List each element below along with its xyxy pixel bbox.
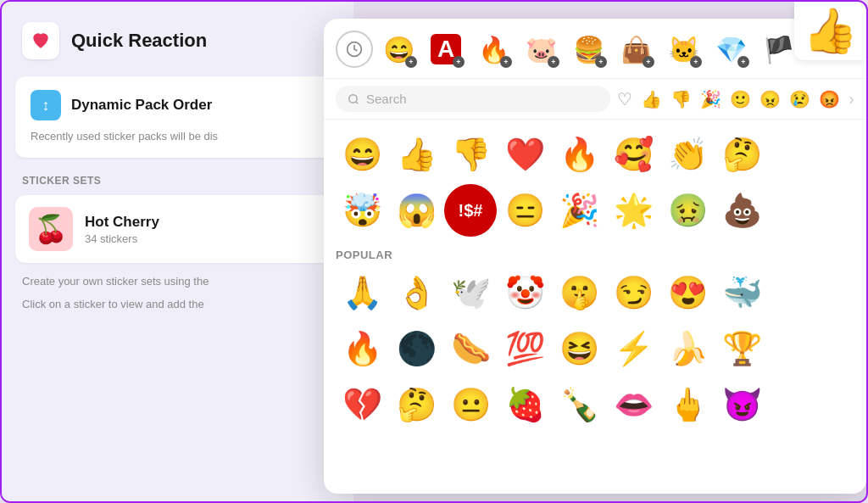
emoji-laugh[interactable]: 😄 — [336, 128, 388, 181]
popular-label: POPULAR — [336, 240, 854, 266]
emoji-poop[interactable]: 💩 — [715, 184, 768, 237]
emoji-laugh2[interactable]: 😆 — [553, 322, 605, 375]
cat-smile[interactable]: 🙂 — [730, 89, 751, 109]
cat-angry[interactable]: 😠 — [760, 89, 781, 109]
bottom-text-1: Create your own sticker sets using the — [2, 273, 353, 291]
cat-sad[interactable]: 😢 — [789, 89, 810, 109]
emoji-heart[interactable]: ❤️ — [498, 128, 551, 181]
emoji-neutral[interactable]: 😐 — [444, 378, 497, 431]
tab-alpha[interactable]: A + — [424, 27, 468, 71]
bottom-text-2: Click on a sticker to view and add the — [2, 296, 353, 314]
emoji-pray[interactable]: 🙏 — [336, 266, 388, 319]
plus-badge: + — [405, 56, 417, 68]
emoji-censored[interactable]: !$# — [444, 184, 497, 237]
dynamic-pack-desc: Recently used sticker packs will be dis — [31, 129, 325, 144]
sticker-count: 34 stickers — [85, 232, 159, 245]
emoji-party[interactable]: 🎉 — [553, 184, 605, 237]
emoji-smirk[interactable]: 😏 — [607, 266, 659, 319]
cat-more[interactable]: › — [849, 89, 854, 109]
emoji-banana[interactable]: 🍌 — [661, 322, 714, 375]
emoji-clap[interactable]: 👏 — [661, 128, 714, 181]
tab-recent[interactable] — [336, 31, 373, 68]
emoji-strawberry[interactable]: 🍓 — [498, 378, 551, 431]
search-placeholder: Search — [366, 92, 407, 106]
emoji-smiling-face[interactable]: 🥰 — [607, 128, 659, 181]
svg-line-3 — [356, 101, 359, 103]
search-input-wrap[interactable]: Search — [336, 86, 610, 112]
option-row: ↕ Dynamic Pack Order — [31, 90, 325, 120]
tab-pink[interactable]: 🐷 + — [519, 27, 563, 71]
emoji-think2[interactable]: 🤔 — [390, 378, 442, 431]
emoji-think[interactable]: 🤔 — [715, 128, 768, 181]
emoji-lips[interactable]: 👄 — [607, 378, 659, 431]
plus-badge-burger: + — [595, 56, 607, 68]
tab-emoji[interactable]: 😄 + — [376, 27, 420, 71]
emoji-sick[interactable]: 🤢 — [661, 184, 714, 237]
quick-reaction-icon — [22, 22, 59, 59]
emoji-panel: 😄 + A + 🔥 + 🐷 + 🍔 + 👜 + 🐱 + 💎 + — [324, 19, 866, 494]
search-icon — [348, 93, 359, 105]
cat-rage[interactable]: 😡 — [819, 89, 840, 109]
emoji-hotdog[interactable]: 🌭 — [444, 322, 497, 375]
dynamic-pack-icon: ↕ — [31, 90, 61, 120]
hot-cherry-item[interactable]: 🍒 Hot Cherry 34 stickers — [15, 195, 340, 263]
thumbs-up-peek: 👍 — [794, 2, 866, 60]
plus-badge-pink: + — [548, 56, 559, 68]
left-panel: Quick Reaction ↕ Dynamic Pack Order Rece… — [2, 2, 353, 501]
emoji-content: 😄 👍 👎 ❤️ 🔥 🥰 👏 🤔 🤯 😱 !$# 😑 🎉 🌟 🤢 💩 POPUL… — [324, 120, 866, 494]
cat-party[interactable]: 🎉 — [700, 89, 721, 109]
sticker-sets-label: STICKER SETS — [2, 168, 353, 195]
emoji-row-top1: 😄 👍 👎 ❤️ 🔥 🥰 👏 🤔 — [336, 128, 854, 181]
emoji-heart-eyes[interactable]: 😍 — [661, 266, 714, 319]
search-bar: Search ♡ 👍 👎 🎉 🙂 😠 😢 😡 › — [324, 79, 866, 120]
emoji-row-pop2: 🔥 🌑 🌭 💯 😆 ⚡ 🍌 🏆 — [336, 322, 854, 375]
cat-heart[interactable]: ♡ — [617, 89, 632, 109]
svg-point-2 — [349, 94, 357, 102]
emoji-lightning[interactable]: ⚡ — [607, 322, 659, 375]
header: Quick Reaction — [2, 2, 353, 76]
emoji-thumbsup[interactable]: 👍 — [390, 128, 442, 181]
emoji-middle-finger[interactable]: 🖕 — [661, 378, 714, 431]
emoji-devil[interactable]: 😈 — [715, 378, 768, 431]
emoji-moon[interactable]: 🌑 — [390, 322, 442, 375]
emoji-100[interactable]: 💯 — [498, 322, 551, 375]
hot-cherry-thumb: 🍒 — [29, 207, 73, 251]
emoji-champagne[interactable]: 🍾 — [553, 378, 605, 431]
plus-badge-fire: + — [500, 56, 512, 68]
category-icons: ♡ 👍 👎 🎉 🙂 😠 😢 😡 › — [617, 89, 854, 109]
sticker-name: Hot Cherry — [85, 214, 159, 231]
dynamic-pack-option[interactable]: ↕ Dynamic Pack Order Recently used stick… — [15, 76, 340, 158]
emoji-dove[interactable]: 🕊️ — [444, 266, 497, 319]
emoji-trophy[interactable]: 🏆 — [715, 322, 768, 375]
plus-badge-bag: + — [643, 56, 654, 68]
cat-thumbsdown[interactable]: 👎 — [670, 89, 692, 109]
pack-tabs: 😄 + A + 🔥 + 🐷 + 🍔 + 👜 + 🐱 + 💎 + — [324, 19, 866, 79]
plus-badge-cat: + — [690, 56, 702, 68]
emoji-broken-heart[interactable]: 💔 — [336, 378, 388, 431]
emoji-star[interactable]: 🌟 — [607, 184, 659, 237]
tab-fire[interactable]: 🔥 + — [471, 27, 515, 71]
emoji-clown[interactable]: 🤡 — [498, 266, 551, 319]
emoji-shush[interactable]: 🤫 — [553, 266, 605, 319]
emoji-row-top2: 🤯 😱 !$# 😑 🎉 🌟 🤢 💩 — [336, 184, 854, 237]
plus-badge-alpha: + — [453, 56, 465, 68]
tab-bag[interactable]: 👜 + — [614, 27, 658, 71]
tab-cat[interactable]: 🐱 + — [661, 27, 705, 71]
emoji-row-pop1: 🙏 👌 🕊️ 🤡 🤫 😏 😍 🐳 — [336, 266, 854, 319]
emoji-row-pop3: 💔 🤔 😐 🍓 🍾 👄 🖕 😈 — [336, 378, 854, 431]
emoji-ok[interactable]: 👌 — [390, 266, 442, 319]
emoji-fire2[interactable]: 🔥 — [336, 322, 388, 375]
plus-badge-gem: + — [737, 56, 749, 68]
sticker-info: Hot Cherry 34 stickers — [85, 214, 159, 245]
emoji-fire[interactable]: 🔥 — [553, 128, 605, 181]
emoji-thumbsdown[interactable]: 👎 — [444, 128, 497, 181]
dynamic-pack-title: Dynamic Pack Order — [71, 97, 212, 114]
tab-gem[interactable]: 💎 + — [709, 27, 753, 71]
app-title: Quick Reaction — [71, 30, 207, 52]
emoji-expressionless[interactable]: 😑 — [498, 184, 551, 237]
tab-burger[interactable]: 🍔 + — [566, 27, 610, 71]
cat-thumbsup[interactable]: 👍 — [641, 89, 662, 109]
emoji-scream[interactable]: 😱 — [390, 184, 442, 237]
emoji-explode[interactable]: 🤯 — [336, 184, 388, 237]
emoji-whale[interactable]: 🐳 — [715, 266, 768, 319]
